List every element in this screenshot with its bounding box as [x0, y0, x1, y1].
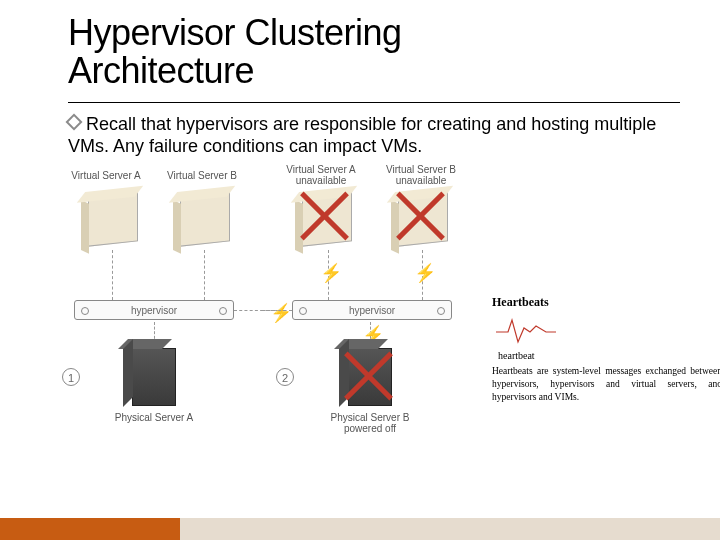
diagram-panel-1: Virtual Server A Virtual Server B hyperv…	[62, 170, 262, 430]
vm-b1-box	[180, 191, 230, 246]
hypervisor-2: hypervisor	[292, 300, 452, 320]
heartbeat-title: Heartbeats	[492, 295, 720, 310]
body-bullet-1: Recall that hypervisors are responsible …	[68, 114, 656, 157]
diagram-panel-2: Virtual Server A unavailable Virtual Ser…	[272, 170, 482, 430]
physical-server-a	[132, 348, 176, 406]
slide: Hypervisor Clustering Architecture Recal…	[0, 0, 720, 540]
title-line-2: Architecture	[68, 50, 254, 91]
vm-a2-box	[302, 191, 352, 246]
vm-b1-label: Virtual Server B	[162, 170, 242, 181]
body-text: Recall that hypervisors are responsible …	[0, 103, 720, 158]
footer-fill	[180, 518, 720, 540]
heartbeat-caption: heartbeat	[498, 350, 720, 361]
footer-bar	[0, 518, 720, 540]
panel-number-1: 1	[62, 368, 80, 386]
hv2-hv1-link	[262, 310, 292, 311]
physical-a-label: Physical Server A	[104, 412, 204, 423]
heartbeat-desc: Heartbeats are system-level messages exc…	[492, 365, 720, 403]
vm-a1-box	[88, 191, 138, 246]
vm-a2-label: Virtual Server A unavailable	[276, 164, 366, 186]
title-block: Hypervisor Clustering Architecture	[0, 0, 720, 96]
hypervisor-1-label: hypervisor	[131, 305, 177, 316]
footer-accent	[0, 518, 180, 540]
vm-b1-link	[204, 250, 205, 300]
hypervisor-2-label: hypervisor	[349, 305, 395, 316]
diagram-area: Virtual Server A Virtual Server B hyperv…	[62, 170, 662, 470]
page-title: Hypervisor Clustering Architecture	[68, 14, 680, 90]
vm-b2-box	[398, 191, 448, 246]
physical-b-label: Physical Server B powered off	[320, 412, 420, 434]
title-line-1: Hypervisor Clustering	[68, 12, 402, 53]
bullet-diamond-icon	[66, 113, 83, 130]
vm-a1-link	[112, 250, 113, 300]
vm-a1-label: Virtual Server A	[66, 170, 146, 181]
heartbeat-wave-icon	[496, 316, 556, 344]
hypervisor-1: hypervisor	[74, 300, 234, 320]
panel-number-2: 2	[276, 368, 294, 386]
vm-b2-label: Virtual Server B unavailable	[376, 164, 466, 186]
physical-server-b	[348, 348, 392, 406]
heartbeat-callout: Heartbeats heartbeat Heartbeats are syst…	[492, 295, 720, 435]
